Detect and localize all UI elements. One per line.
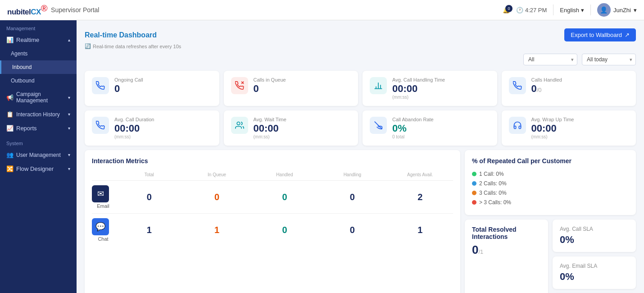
filter1-wrapper: All: [523, 54, 577, 65]
legend-dot-3plus: [472, 200, 476, 205]
metric-ongoing-call-content: Ongoing Call 0: [114, 77, 143, 94]
language-label: English: [560, 7, 579, 14]
sidebar-item-outbound[interactable]: Outbound: [0, 74, 77, 87]
metric-calls-queue-value: 0: [254, 83, 286, 94]
realtime-icon: 📊: [6, 37, 14, 43]
im-header-inqueue: In Queue: [184, 171, 249, 178]
filter2-wrapper: All today: [582, 54, 636, 65]
metric-ongoing-call-label: Ongoing Call: [114, 77, 143, 82]
logo-cx: CX: [31, 8, 41, 16]
sidebar-item-reports-label: Reports: [16, 125, 37, 132]
export-label: Export to Wallboard: [571, 32, 622, 38]
sidebar-item-agents-label: Agents: [11, 50, 27, 57]
main-content: Real-time Dashboard Export to Wallboard …: [77, 20, 644, 293]
metric-avg-handling-label: Avg. Call Handling Time: [392, 77, 445, 82]
sidebar-item-reports[interactable]: 📈 Reports ▾: [0, 121, 77, 135]
metric-ongoing-call: Ongoing Call 0: [85, 71, 219, 106]
notification-bell[interactable]: 🔔 0: [503, 7, 510, 14]
sidebar-item-user-mgmt[interactable]: 👥 User Management ▾: [0, 148, 77, 162]
campaign-icon: 📢: [6, 94, 14, 101]
username: JunZhi: [613, 7, 631, 14]
page-header: Real-time Dashboard Export to Wallboard …: [85, 28, 636, 41]
chat-channel-name: Chat: [92, 236, 114, 242]
sidebar-item-agents[interactable]: Agents: [0, 47, 77, 60]
legend-label-1call: 1 Call: 0%: [479, 171, 504, 177]
total-resolved-card: Total Resolved Interactions 0/1: [465, 220, 548, 293]
chevron-icon-2: ▾: [68, 95, 70, 100]
user-chevron-icon: ▾: [634, 7, 637, 14]
sidebar-item-flow-designer[interactable]: 🔀 Flow Designer ▾: [0, 162, 77, 176]
sidebar-item-realtime[interactable]: 📊 Realtime ▴: [0, 33, 77, 47]
legend: 1 Call: 0% 2 Calls: 0% 3 Calls: 0% > 3 C…: [472, 171, 629, 208]
metric-avg-duration-label: Avg. Call Duration: [114, 117, 154, 122]
chat-agents: 1: [387, 225, 453, 235]
sla-call-value: 0%: [560, 234, 629, 246]
metric-abandon-sub: 0 total: [392, 134, 434, 139]
sidebar-item-campaign[interactable]: 📢 Campaign Management ▾: [0, 87, 77, 107]
metrics-grid-row1: Ongoing Call 0 Calls in Queue 0 Avg. Cal…: [85, 71, 636, 106]
email-icon: ✉: [92, 185, 109, 202]
portal-title: Supervisor Portal: [51, 6, 99, 14]
headset-icon: [509, 117, 526, 134]
im-header-agents: Agents Avail.: [387, 171, 453, 178]
metric-avg-handling-value: 00:00: [392, 83, 445, 94]
filter1-select[interactable]: All: [523, 54, 577, 65]
sla-email-label: Avg. Email SLA: [560, 263, 629, 269]
email-handling: 0: [319, 192, 385, 202]
sidebar-item-inbound-label: Inbound: [12, 64, 32, 70]
refresh-text: Real-time data refreshes after every 10s: [93, 44, 181, 49]
chat-handling: 0: [319, 225, 385, 235]
legend-3calls: 3 Calls: 0%: [472, 190, 629, 196]
phone-user-icon: [231, 117, 248, 134]
chat-total: 1: [116, 225, 182, 235]
metric-wrap-up-value: 00:00: [531, 123, 574, 134]
metric-wrap-up-content: Avg. Wrap Up Time 00:00 (mm:ss): [531, 117, 574, 139]
chevron-icon-3: ▾: [68, 112, 70, 117]
interaction-metrics-panel: Interaction Metrics Total In Queue Handl…: [85, 150, 460, 293]
repeated-call-card: % of Repeated Call per Customer 1 Call: …: [465, 150, 636, 215]
email-total: 0: [116, 192, 182, 202]
chevron-icon-4: ▾: [68, 126, 70, 131]
metric-avg-wait: Avg. Wait Time 00:00 (mm:ss): [224, 110, 358, 146]
legend-label-2calls: 2 Calls: 0%: [479, 180, 507, 187]
legend-2calls: 2 Calls: 0%: [472, 180, 629, 187]
sidebar: Management 📊 Realtime ▴ Agents Inbound O…: [0, 20, 77, 293]
chat-inqueue: 1: [184, 225, 249, 235]
sidebar-item-inbound[interactable]: Inbound: [0, 60, 77, 74]
im-header-handling: Handling: [319, 171, 385, 178]
reports-icon: 📈: [6, 125, 14, 132]
time-display: 4:27 PM: [525, 7, 547, 14]
chevron-down-icon: ▾: [581, 7, 584, 14]
refresh-icon: 🔄: [85, 43, 91, 49]
sla-column: Avg. Call SLA 0% Avg. Email SLA 0% Avg. …: [553, 220, 636, 293]
sla-email-card: Avg. Email SLA 0%: [553, 256, 636, 289]
metric-abandon-rate: Call Abandon Rate 0% 0 total: [363, 110, 497, 146]
metric-avg-duration-content: Avg. Call Duration 00:00 (mm:ss): [114, 117, 154, 139]
metric-calls-queue: Calls in Queue 0: [224, 71, 358, 106]
metric-wrap-up-label: Avg. Wrap Up Time: [531, 117, 574, 122]
metric-calls-handled-value: 0/0: [531, 83, 562, 94]
metric-avg-duration-value: 00:00: [114, 123, 154, 134]
language-selector[interactable]: English ▾: [560, 7, 584, 14]
sla-call-card: Avg. Call SLA 0%: [553, 220, 636, 252]
legend-1call: 1 Call: 0%: [472, 171, 629, 177]
header-time: 🕐 4:27 PM: [516, 7, 547, 14]
logo: nubitelCX®: [7, 3, 47, 17]
sla-email-value: 0%: [560, 271, 629, 283]
filter2-select[interactable]: All today: [582, 54, 636, 65]
metric-avg-wait-value: 00:00: [254, 123, 286, 134]
content-row: Interaction Metrics Total In Queue Handl…: [85, 150, 636, 293]
avatar: 👤: [597, 3, 611, 17]
clock-icon: 🕐: [516, 7, 523, 14]
im-column-headers: Total In Queue Handled Handling Agents A…: [92, 171, 453, 181]
chevron-icon: ▴: [68, 37, 70, 42]
export-wallboard-button[interactable]: Export to Wallboard ↗: [564, 28, 636, 41]
legend-dot-1call: [472, 172, 476, 176]
sidebar-item-realtime-label: Realtime: [16, 37, 39, 43]
im-row-email: ✉ Email 0 0 0 0 2: [92, 181, 453, 214]
sla-call-label: Avg. Call SLA: [560, 226, 629, 232]
phone-missed-icon: [231, 77, 248, 94]
sidebar-section-system: System: [0, 135, 77, 148]
sidebar-item-interaction[interactable]: 📋 Interaction History ▾: [0, 107, 77, 121]
user-menu[interactable]: 👤 JunZhi ▾: [597, 3, 637, 17]
